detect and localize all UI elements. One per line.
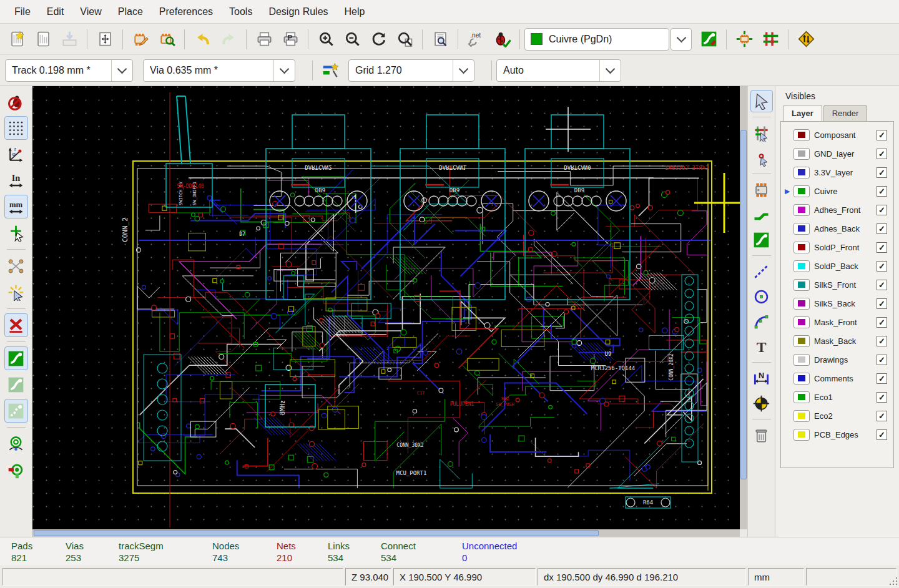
layer-visibility-checkbox[interactable]: ✓ <box>877 167 887 178</box>
menu-preferences[interactable]: Preferences <box>151 0 221 24</box>
ratsnest-button[interactable] <box>4 254 28 278</box>
module-ratsnest-button[interactable] <box>4 280 28 304</box>
add-track-button[interactable] <box>750 203 773 226</box>
layer-visibility-checkbox[interactable]: ✓ <box>877 411 887 421</box>
select-tool-button[interactable] <box>750 90 773 112</box>
menu-view[interactable]: View <box>72 0 109 24</box>
resize-grip[interactable] <box>888 577 897 586</box>
tab-render[interactable]: Render <box>823 105 868 121</box>
layer-row-adhes_front[interactable]: ▶Adhes_Front✓ <box>781 200 893 219</box>
add-zone-button[interactable] <box>750 228 773 251</box>
footprint-browser-button[interactable] <box>155 28 178 51</box>
track-mode-button[interactable] <box>759 28 782 51</box>
new-board-button[interactable] <box>6 28 28 51</box>
layer-row-eco1[interactable]: ▶Eco1✓ <box>781 388 893 406</box>
layer-color-swatch[interactable] <box>793 410 810 422</box>
layer-row-mask_front[interactable]: ▶Mask_Front✓ <box>781 313 893 331</box>
layer-color-swatch[interactable] <box>793 129 810 141</box>
layer-visibility-checkbox[interactable]: ✓ <box>877 336 887 346</box>
layer-visibility-checkbox[interactable]: ✓ <box>877 130 887 140</box>
layer-row-soldp_back[interactable]: ▶SoldP_Back✓ <box>781 257 893 275</box>
open-board-button[interactable] <box>32 28 54 51</box>
layer-row-gnd_layer[interactable]: ▶GND_layer✓ <box>781 144 893 163</box>
layer-row-3.3v_layer[interactable]: ▶3.3V_layer✓ <box>781 163 893 182</box>
layer-color-swatch[interactable] <box>793 373 810 385</box>
layer-visibility-checkbox[interactable]: ✓ <box>877 280 887 290</box>
netlist-button[interactable]: .net <box>464 28 487 51</box>
zones-outline-button[interactable] <box>4 399 28 423</box>
menu-file[interactable]: File <box>6 0 39 24</box>
layer-color-swatch[interactable] <box>793 298 810 310</box>
layer-row-silks_front[interactable]: ▶SilkS_Front✓ <box>781 275 893 294</box>
drc-off-button[interactable] <box>4 90 28 114</box>
layer-color-swatch[interactable] <box>793 167 810 179</box>
polar-coords-button[interactable]: φr <box>4 142 28 166</box>
zoom-in-button[interactable] <box>315 28 337 51</box>
zoom-redraw-button[interactable] <box>367 28 390 51</box>
layer-visibility-checkbox[interactable]: ✓ <box>877 205 887 215</box>
layer-visibility-checkbox[interactable]: ✓ <box>877 261 887 272</box>
vertical-scrollbar[interactable] <box>740 86 747 529</box>
zones-unfilled-button[interactable] <box>4 373 28 396</box>
layer-row-soldp_front[interactable]: ▶SoldP_Front✓ <box>781 238 893 257</box>
footprint-editor-button[interactable] <box>129 28 152 51</box>
layer-color-swatch[interactable] <box>793 335 810 347</box>
horizontal-scrollbar-thumb[interactable] <box>34 530 599 536</box>
layer-row-eco2[interactable]: ▶Eco2✓ <box>781 406 893 425</box>
menu-help[interactable]: Help <box>337 0 373 24</box>
plot-button[interactable]: P <box>279 28 302 51</box>
layer-color-swatch[interactable] <box>793 185 810 197</box>
zones-filled-button[interactable] <box>4 346 28 370</box>
layer-color-swatch[interactable] <box>793 242 810 253</box>
menu-tools[interactable]: Tools <box>221 0 260 24</box>
layer-visibility-checkbox[interactable]: ✓ <box>877 429 887 440</box>
delete-tool-button[interactable] <box>750 424 773 446</box>
layers-manager-button[interactable] <box>697 28 720 51</box>
layer-visibility-checkbox[interactable]: ✓ <box>877 223 887 234</box>
layer-visibility-checkbox[interactable]: ✓ <box>877 355 887 365</box>
horizontal-scrollbar[interactable] <box>32 529 740 537</box>
autoroute-button[interactable] <box>795 28 817 51</box>
layer-color-swatch[interactable] <box>793 354 810 366</box>
grid-visibility-button[interactable] <box>4 116 28 140</box>
undo-button[interactable] <box>191 28 214 51</box>
find-button[interactable] <box>429 28 451 51</box>
layer-select-dropdown-button[interactable] <box>671 28 692 51</box>
menu-place[interactable]: Place <box>110 0 151 24</box>
add-dimension-button[interactable]: N <box>750 367 773 390</box>
track-width-dropdown-button[interactable] <box>111 60 132 81</box>
zoom-out-button[interactable] <box>341 28 363 51</box>
layer-color-swatch[interactable] <box>793 279 810 291</box>
layer-select-combo[interactable]: Cuivre (PgDn) <box>524 28 669 51</box>
layer-row-cuivre[interactable]: ▶Cuivre✓ <box>781 182 893 200</box>
menu-edit[interactable]: Edit <box>39 0 72 24</box>
add-footprint-button[interactable] <box>750 179 773 201</box>
zoom-level-combo[interactable]: Auto <box>496 59 621 82</box>
cursor-shape-button[interactable] <box>4 221 28 245</box>
layer-row-pcb_edges[interactable]: ▶PCB_Edges✓ <box>781 425 893 444</box>
layer-color-swatch[interactable] <box>793 429 810 441</box>
layer-visibility-checkbox[interactable]: ✓ <box>877 242 887 253</box>
drc-button[interactable] <box>491 28 513 51</box>
grid-size-dropdown-button[interactable] <box>453 60 474 81</box>
save-board-button[interactable] <box>58 28 81 51</box>
layer-color-swatch[interactable] <box>793 223 810 235</box>
layer-color-swatch[interactable] <box>793 391 810 403</box>
layer-color-swatch[interactable] <box>793 316 810 328</box>
layer-row-comments[interactable]: ▶Comments✓ <box>781 369 893 388</box>
units-mm-button[interactable]: mm <box>4 195 28 218</box>
menu-design-rules[interactable]: Design Rules <box>260 0 336 24</box>
zoom-fit-button[interactable] <box>393 28 416 51</box>
layer-color-swatch[interactable] <box>793 260 810 272</box>
layer-visibility-checkbox[interactable]: ✓ <box>877 149 887 159</box>
vertical-scrollbar-thumb[interactable] <box>740 130 747 479</box>
add-circle-button[interactable] <box>750 285 773 308</box>
add-text-button[interactable]: T <box>750 335 773 358</box>
highlight-net-button[interactable] <box>750 122 773 144</box>
layer-visibility-checkbox[interactable]: ✓ <box>877 373 887 384</box>
auto-delete-track-button[interactable] <box>4 313 28 337</box>
page-settings-button[interactable] <box>94 28 116 51</box>
layer-row-silks_back[interactable]: ▶SilkS_Back✓ <box>781 294 893 313</box>
via-size-dropdown-button[interactable] <box>273 60 295 81</box>
pads-sketch-button[interactable] <box>4 432 28 456</box>
